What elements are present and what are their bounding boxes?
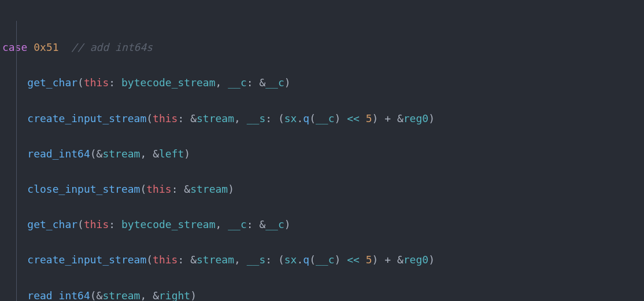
fn-get-char: get_char [27, 76, 77, 89]
code-line: create_input_stream(this: &stream, __s: … [2, 251, 644, 269]
id-reg0: reg0 [404, 254, 428, 266]
id-stream: stream [197, 112, 234, 124]
param-this: this [146, 183, 171, 195]
fn-read-int64: read_int64 [27, 289, 90, 302]
id-q: q [303, 112, 309, 124]
code-line: get_char(this: bytecode_stream, __c: &__… [2, 216, 644, 234]
id-c: __c [265, 218, 284, 230]
param-this: this [84, 76, 109, 89]
num-5: 5 [366, 112, 372, 124]
code-line: read_int64(&stream, &left) [2, 145, 644, 163]
id-stream: stream [102, 289, 140, 302]
param-s: __s [247, 254, 266, 266]
fn-create-input: create_input_stream [27, 254, 146, 266]
code-block: case 0x51 // add int64s get_char(this: b… [2, 3, 644, 301]
id-c: __c [316, 112, 335, 124]
id-right: right [159, 289, 190, 302]
op-plus: + [384, 254, 391, 266]
id-stream: stream [190, 183, 228, 195]
indent-guide [16, 21, 17, 301]
id-left: left [159, 148, 184, 160]
amp: & [190, 112, 197, 124]
amp: & [397, 112, 404, 124]
param-this: this [153, 112, 177, 124]
code-line: create_input_stream(this: &stream, __s: … [2, 110, 644, 128]
id-sx: sx [284, 254, 297, 266]
id-bytecode-stream: bytecode_stream [121, 218, 216, 230]
param-s: __s [247, 112, 266, 124]
id-stream: stream [102, 148, 140, 160]
id-q: q [303, 254, 309, 266]
keyword-case: case [2, 41, 27, 53]
op-shl: << [347, 112, 360, 124]
code-line: read_int64(&stream, &right) [2, 287, 644, 302]
fn-read-int64: read_int64 [27, 148, 90, 160]
param-this: this [84, 218, 109, 230]
param-c: __c [228, 76, 247, 89]
param-this: this [153, 254, 177, 266]
id-stream: stream [197, 254, 234, 266]
param-c: __c [228, 218, 247, 230]
comment: // add int64s [71, 41, 153, 53]
op-shl: << [347, 254, 360, 266]
id-bytecode-stream: bytecode_stream [121, 76, 216, 89]
fn-close-input: close_input_stream [27, 183, 140, 195]
fn-get-char: get_char [27, 218, 77, 230]
op-plus: + [384, 112, 391, 124]
case-value: 0x51 [34, 41, 58, 53]
fn-create-input: create_input_stream [27, 112, 146, 124]
id-c: __c [265, 76, 284, 89]
id-c: __c [316, 254, 335, 266]
amp: & [259, 76, 265, 89]
id-reg0: reg0 [404, 112, 428, 124]
num-5: 5 [366, 254, 372, 266]
code-line: get_char(this: bytecode_stream, __c: &__… [2, 74, 644, 92]
code-line: case 0x51 // add int64s [2, 39, 644, 57]
code-line: close_input_stream(this: &stream) [2, 181, 644, 199]
id-sx: sx [284, 112, 297, 124]
